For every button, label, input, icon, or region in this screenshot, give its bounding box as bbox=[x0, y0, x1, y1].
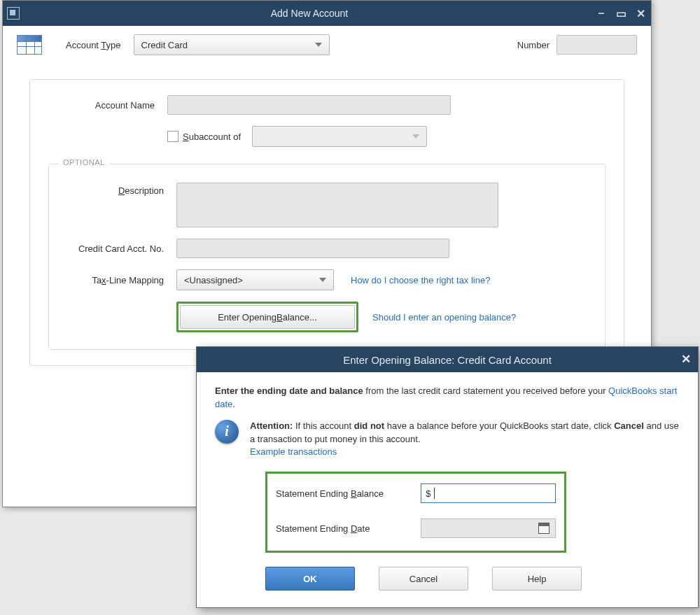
tax-line-value: <Unassigned> bbox=[184, 275, 243, 285]
number-input[interactable] bbox=[556, 35, 637, 55]
cancel-button[interactable]: Cancel bbox=[379, 567, 468, 591]
opening-balance-highlight: Enter Opening Balance... bbox=[176, 302, 358, 332]
close-icon[interactable]: ✕ bbox=[634, 7, 647, 20]
window-menu-icon[interactable] bbox=[7, 7, 20, 20]
description-label: Description bbox=[57, 183, 176, 196]
optional-group: OPTIONAL Description Credit Card Acct. N… bbox=[48, 164, 606, 350]
help-button[interactable]: Help bbox=[492, 567, 582, 591]
statement-highlight-box: Statement Ending Balance $ Statement End… bbox=[265, 472, 566, 553]
stmt-date-input[interactable] bbox=[421, 518, 556, 538]
modal-title: Enter Opening Balance: Credit Card Accou… bbox=[343, 354, 552, 366]
subaccount-label: Subaccount of bbox=[183, 132, 241, 142]
cc-acct-no-input[interactable] bbox=[176, 239, 449, 258]
spreadsheet-icon bbox=[17, 35, 42, 55]
account-name-label: Account Name bbox=[48, 100, 167, 111]
account-type-select[interactable]: Credit Card bbox=[134, 34, 330, 55]
modal-close-icon[interactable]: ✕ bbox=[681, 352, 691, 367]
stmt-date-label: Statement Ending Date bbox=[276, 523, 421, 534]
account-name-input[interactable] bbox=[167, 95, 451, 115]
opening-balance-modal: Enter Opening Balance: Credit Card Accou… bbox=[196, 346, 699, 608]
main-titlebar: Add New Account – ▭ ✕ bbox=[3, 1, 651, 26]
subaccount-checkbox[interactable] bbox=[167, 131, 178, 142]
example-transactions-link[interactable]: Example transactions bbox=[250, 446, 337, 457]
opening-balance-help-link[interactable]: Should I enter an opening balance? bbox=[372, 312, 516, 323]
subaccount-select[interactable] bbox=[252, 126, 427, 147]
cc-acct-no-label: Credit Card Acct. No. bbox=[57, 243, 176, 254]
calendar-icon[interactable] bbox=[538, 523, 550, 534]
description-input[interactable] bbox=[176, 183, 498, 227]
modal-attention-text: Attention: If this account did not have … bbox=[250, 420, 680, 460]
tax-help-link[interactable]: How do I choose the right tax line? bbox=[351, 275, 490, 285]
chevron-down-icon bbox=[412, 134, 419, 139]
tax-line-label: Tax-Line Mapping bbox=[57, 275, 176, 285]
chevron-down-icon bbox=[315, 43, 322, 47]
number-label: Number bbox=[517, 40, 550, 50]
optional-legend: OPTIONAL bbox=[59, 158, 109, 167]
account-type-label: Account Type bbox=[66, 40, 121, 50]
maximize-icon[interactable]: ▭ bbox=[615, 7, 627, 20]
tax-line-select[interactable]: <Unassigned> bbox=[176, 269, 334, 290]
enter-opening-balance-button[interactable]: Enter Opening Balance... bbox=[180, 305, 355, 329]
stmt-balance-label: Statement Ending Balance bbox=[276, 488, 421, 499]
window-title: Add New Account bbox=[24, 8, 595, 19]
ok-button[interactable]: OK bbox=[265, 567, 355, 591]
account-type-value: Credit Card bbox=[141, 40, 188, 50]
modal-instructions: Enter the ending date and balance from t… bbox=[215, 385, 680, 411]
info-icon: i bbox=[215, 420, 239, 444]
chevron-down-icon bbox=[319, 278, 326, 282]
stmt-balance-input[interactable]: $ bbox=[421, 483, 556, 503]
modal-titlebar: Enter Opening Balance: Credit Card Accou… bbox=[197, 347, 698, 372]
minimize-icon[interactable]: – bbox=[595, 7, 608, 20]
